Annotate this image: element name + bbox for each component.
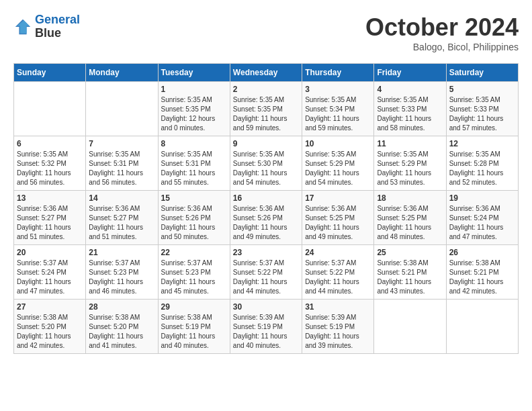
sunset: Sunset: 5:30 PM (233, 159, 299, 169)
calendar-cell: 29 Sunrise: 5:38 AM Sunset: 5:19 PM Dayl… (158, 300, 230, 354)
daylight: Daylight: 11 hours and 39 minutes. (305, 332, 371, 351)
logo-icon (13, 17, 32, 36)
cell-content: Sunrise: 5:35 AM Sunset: 5:33 PM Dayligh… (449, 95, 515, 133)
sunset: Sunset: 5:27 PM (17, 214, 83, 223)
daylight: Daylight: 11 hours and 46 minutes. (89, 277, 154, 296)
sunset: Sunset: 5:22 PM (305, 268, 371, 277)
logo: General Blue (13, 13, 80, 40)
day-number: 27 (17, 302, 83, 312)
day-number: 28 (89, 302, 154, 312)
daylight: Daylight: 11 hours and 54 minutes. (233, 169, 299, 187)
sunrise: Sunrise: 5:36 AM (449, 204, 515, 214)
sunrise: Sunrise: 5:38 AM (161, 313, 227, 322)
cell-content: Sunrise: 5:36 AM Sunset: 5:27 PM Dayligh… (17, 204, 83, 242)
logo-text: General Blue (35, 13, 80, 40)
cell-content: Sunrise: 5:36 AM Sunset: 5:26 PM Dayligh… (233, 204, 299, 242)
cell-content: Sunrise: 5:37 AM Sunset: 5:23 PM Dayligh… (89, 259, 154, 296)
daylight: Daylight: 11 hours and 47 minutes. (17, 277, 83, 296)
daylight: Daylight: 11 hours and 53 minutes. (377, 169, 443, 187)
sunrise: Sunrise: 5:37 AM (17, 259, 83, 268)
calendar-cell: 1 Sunrise: 5:35 AM Sunset: 5:35 PM Dayli… (158, 82, 230, 136)
day-number: 12 (449, 139, 515, 148)
sunset: Sunset: 5:29 PM (377, 159, 443, 169)
daylight: Daylight: 11 hours and 56 minutes. (17, 169, 83, 187)
sunrise: Sunrise: 5:38 AM (89, 313, 154, 322)
day-number: 29 (161, 302, 227, 312)
calendar-cell: 31 Sunrise: 5:39 AM Sunset: 5:19 PM Dayl… (302, 300, 374, 354)
sunrise: Sunrise: 5:35 AM (89, 150, 154, 159)
sunrise: Sunrise: 5:37 AM (305, 259, 371, 268)
day-number: 18 (377, 193, 443, 203)
sunset: Sunset: 5:31 PM (89, 159, 154, 169)
cell-content: Sunrise: 5:39 AM Sunset: 5:19 PM Dayligh… (305, 313, 371, 351)
calendar-cell: 26 Sunrise: 5:38 AM Sunset: 5:21 PM Dayl… (446, 245, 518, 300)
daylight: Daylight: 11 hours and 40 minutes. (233, 332, 299, 351)
day-number: 13 (17, 193, 83, 203)
cell-content: Sunrise: 5:38 AM Sunset: 5:20 PM Dayligh… (89, 313, 154, 351)
calendar-cell: 17 Sunrise: 5:36 AM Sunset: 5:25 PM Dayl… (302, 191, 374, 245)
sunrise: Sunrise: 5:35 AM (377, 95, 443, 105)
calendar-cell (374, 300, 446, 354)
sunset: Sunset: 5:25 PM (305, 214, 371, 223)
calendar-cell (446, 300, 518, 354)
day-number: 14 (89, 193, 154, 203)
cell-content: Sunrise: 5:36 AM Sunset: 5:27 PM Dayligh… (89, 204, 154, 242)
sunrise: Sunrise: 5:36 AM (305, 204, 371, 214)
daylight: Daylight: 11 hours and 43 minutes. (377, 277, 443, 296)
cell-content: Sunrise: 5:36 AM Sunset: 5:25 PM Dayligh… (305, 204, 371, 242)
sunset: Sunset: 5:32 PM (17, 159, 83, 169)
week-row-3: 20 Sunrise: 5:37 AM Sunset: 5:24 PM Dayl… (14, 245, 519, 300)
header-sunday: Sunday (14, 64, 86, 82)
location: Balogo, Bicol, Philippines (365, 42, 519, 52)
daylight: Daylight: 11 hours and 51 minutes. (89, 223, 154, 242)
sunset: Sunset: 5:26 PM (161, 214, 227, 223)
calendar-cell: 16 Sunrise: 5:36 AM Sunset: 5:26 PM Dayl… (230, 191, 302, 245)
sunrise: Sunrise: 5:35 AM (449, 95, 515, 105)
cell-content: Sunrise: 5:37 AM Sunset: 5:24 PM Dayligh… (17, 259, 83, 296)
calendar-cell: 8 Sunrise: 5:35 AM Sunset: 5:31 PM Dayli… (158, 136, 230, 191)
sunset: Sunset: 5:27 PM (89, 214, 154, 223)
sunrise: Sunrise: 5:36 AM (377, 204, 443, 214)
sunset: Sunset: 5:31 PM (161, 159, 227, 169)
sunset: Sunset: 5:33 PM (377, 105, 443, 114)
sunrise: Sunrise: 5:36 AM (89, 204, 154, 214)
cell-content: Sunrise: 5:38 AM Sunset: 5:21 PM Dayligh… (449, 259, 515, 296)
calendar-cell: 6 Sunrise: 5:35 AM Sunset: 5:32 PM Dayli… (14, 136, 86, 191)
daylight: Daylight: 11 hours and 47 minutes. (449, 223, 515, 242)
sunrise: Sunrise: 5:35 AM (161, 95, 227, 105)
calendar-cell: 14 Sunrise: 5:36 AM Sunset: 5:27 PM Dayl… (86, 191, 158, 245)
header-wednesday: Wednesday (230, 64, 302, 82)
day-number: 3 (305, 85, 371, 94)
day-number: 15 (161, 193, 227, 203)
cell-content: Sunrise: 5:35 AM Sunset: 5:31 PM Dayligh… (161, 150, 227, 187)
cell-content: Sunrise: 5:35 AM Sunset: 5:35 PM Dayligh… (233, 95, 299, 133)
cell-content: Sunrise: 5:35 AM Sunset: 5:29 PM Dayligh… (377, 150, 443, 187)
cell-content: Sunrise: 5:37 AM Sunset: 5:22 PM Dayligh… (305, 259, 371, 296)
day-number: 6 (17, 139, 83, 148)
daylight: Daylight: 11 hours and 51 minutes. (17, 223, 83, 242)
daylight: Daylight: 11 hours and 49 minutes. (305, 223, 371, 242)
sunset: Sunset: 5:22 PM (233, 268, 299, 277)
week-row-0: 1 Sunrise: 5:35 AM Sunset: 5:35 PM Dayli… (14, 82, 519, 136)
day-number: 19 (449, 193, 515, 203)
header-row: SundayMondayTuesdayWednesdayThursdayFrid… (14, 64, 519, 82)
cell-content: Sunrise: 5:36 AM Sunset: 5:24 PM Dayligh… (449, 204, 515, 242)
sunrise: Sunrise: 5:37 AM (233, 259, 299, 268)
daylight: Daylight: 11 hours and 44 minutes. (233, 277, 299, 296)
day-number: 30 (233, 302, 299, 312)
calendar-cell: 18 Sunrise: 5:36 AM Sunset: 5:25 PM Dayl… (374, 191, 446, 245)
cell-content: Sunrise: 5:35 AM Sunset: 5:32 PM Dayligh… (17, 150, 83, 187)
daylight: Daylight: 11 hours and 57 minutes. (449, 114, 515, 133)
sunrise: Sunrise: 5:35 AM (17, 150, 83, 159)
calendar-cell (14, 82, 86, 136)
sunset: Sunset: 5:21 PM (449, 268, 515, 277)
header-friday: Friday (374, 64, 446, 82)
sunset: Sunset: 5:23 PM (161, 268, 227, 277)
cell-content: Sunrise: 5:38 AM Sunset: 5:20 PM Dayligh… (17, 313, 83, 351)
calendar-cell: 19 Sunrise: 5:36 AM Sunset: 5:24 PM Dayl… (446, 191, 518, 245)
calendar-cell: 10 Sunrise: 5:35 AM Sunset: 5:29 PM Dayl… (302, 136, 374, 191)
daylight: Daylight: 11 hours and 42 minutes. (449, 277, 515, 296)
day-number: 17 (305, 193, 371, 203)
day-number: 2 (233, 85, 299, 94)
sunset: Sunset: 5:25 PM (377, 214, 443, 223)
